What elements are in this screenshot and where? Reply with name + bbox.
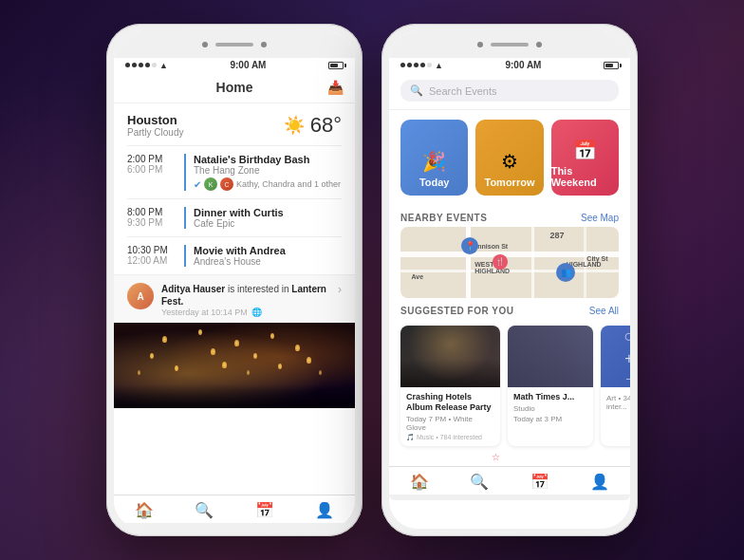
camera-dot-r [477, 42, 483, 47]
phone-bottom-bar-right [389, 495, 630, 500]
tab-home-right[interactable]: 🏠 [389, 473, 450, 491]
event-item-1[interactable]: 2:00 PM 6:00 PM Natalie's Birthday Bash … [114, 146, 355, 198]
social-section: A Aditya Hauser is interested in Lantern… [114, 274, 355, 323]
event-2-start: 8:00 PM [127, 207, 175, 217]
suggest-card-3[interactable]: ○ + − Art • 346 inter... [601, 326, 630, 446]
event-3-end: 12:00 AM [127, 255, 175, 266]
search-bar: 🔍 Search Events [389, 72, 630, 110]
event-3-body: Movie with Andrea Andrea's House [184, 245, 342, 267]
card-2-meta: Studio [513, 404, 587, 413]
city-name: Houston [127, 113, 183, 127]
wifi-icon-right: ▲ [435, 61, 443, 70]
temperature: 68° [310, 113, 342, 138]
see-map-link[interactable]: See Map [581, 213, 619, 223]
tab-search-right[interactable]: 🔍 [450, 473, 511, 491]
event-item-2[interactable]: 8:00 PM 9:30 PM Dinner with Curtis Cafe … [114, 199, 355, 236]
phone-top-bar [114, 31, 355, 58]
phone-bottom-bar-left [114, 523, 355, 529]
band-image [400, 326, 500, 387]
suggest-card-1[interactable]: Crashing Hotels Album Release Party Toda… [400, 326, 500, 446]
social-time: Yesterday at 10:14 PM [161, 308, 248, 317]
cat-card-weekend[interactable]: 📅 This Weekend [551, 120, 619, 196]
weekend-icon: 📅 [573, 139, 597, 161]
right-phone: ▲ 9:00 AM 🔍 Search Events 🎉 Today ⚙ [381, 24, 638, 536]
inbox-icon[interactable]: 📥 [327, 80, 344, 95]
bottom-tabs-right: 🏠 🔍 📅 👤 [389, 466, 630, 495]
event-2-title: Dinner with Curtis [194, 207, 342, 218]
event-1-location: The Hang Zone [194, 165, 342, 176]
status-bar-right: ▲ 9:00 AM [389, 58, 630, 72]
tab-home-left[interactable]: 🏠 [114, 501, 175, 519]
social-text: Aditya Hauser is interested in Lantern F… [161, 283, 330, 308]
profile-icon: 👤 [315, 501, 334, 519]
blue-card-image: ○ + − [601, 326, 630, 387]
status-time-right: 9:00 AM [505, 60, 541, 70]
cat-label-weekend: This Weekend [551, 165, 619, 188]
event-3-start: 10:30 PM [127, 245, 175, 255]
nearby-header: NEARBY EVENTS See Map [389, 205, 630, 227]
nav-bar-left: Home 📥 [114, 72, 355, 103]
event-1-body: Natalie's Birthday Bash The Hang Zone ✔ … [184, 154, 342, 191]
search-placeholder: Search Events [429, 85, 497, 97]
social-avatar: A [127, 283, 154, 309]
map-287-label: 287 [549, 231, 564, 240]
star-icon-1[interactable]: ☆ [492, 452, 500, 462]
woman-image [508, 326, 593, 387]
camera-dot-r2 [536, 42, 542, 47]
chevron-down-icon[interactable]: › [338, 283, 342, 296]
battery-icon [328, 62, 344, 69]
status-time-left: 9:00 AM [230, 60, 266, 70]
map-pin-3[interactable]: 👥 [556, 263, 575, 282]
nav-title-left: Home [216, 80, 253, 95]
see-all-link[interactable]: See All [589, 306, 619, 316]
search-icon-right: 🔍 [410, 84, 423, 97]
left-phone: ▲ 9:00 AM Home 📥 Houston Partly Cloudy [106, 24, 363, 536]
home-content: Houston Partly Cloudy ☀️ 68° 2:00 PM 6:0… [114, 103, 355, 495]
event-1-attendees: ✔ K C Kathy, Chandra and 1 other [194, 177, 342, 191]
cat-label-today: Today [419, 177, 450, 188]
tab-profile-left[interactable]: 👤 [295, 501, 356, 519]
weather-section: Houston Partly Cloudy ☀️ 68° [114, 103, 355, 145]
card-1-meta: Today 7 PM • White Glove [406, 415, 494, 432]
suggested-title: SUGGESTED FOR YOU [400, 306, 513, 316]
map-area[interactable]: Tennison St Ave City St WESTHIGHLAND HIG… [400, 227, 619, 298]
speaker-bar-r [491, 43, 529, 47]
cat-card-tomorrow[interactable]: ⚙ Tomorrow [475, 120, 543, 196]
suggested-header: SUGGESTED FOR YOU See All [389, 298, 630, 320]
bottom-tabs-left: 🏠 🔍 📅 👤 [114, 495, 355, 523]
suggested-cards: Crashing Hotels Album Release Party Toda… [389, 320, 630, 452]
globe-icon: 🌐 [251, 308, 262, 317]
nearby-title: NEARBY EVENTS [400, 213, 487, 223]
social-meta: Yesterday at 10:14 PM 🌐 [161, 308, 330, 317]
cat-label-tomorrow: Tomorrow [485, 177, 535, 188]
card-3-cat: Art • 346 inter... [606, 394, 630, 411]
map-pin-2[interactable]: 🍴 [493, 254, 508, 270]
camera-dot-2 [261, 42, 267, 47]
tab-search-left[interactable]: 🔍 [175, 501, 235, 519]
home-icon-right: 🏠 [410, 473, 429, 491]
tab-calendar-left[interactable]: 📅 [234, 501, 295, 519]
card-1-title: Crashing Hotels Album Release Party [406, 392, 494, 413]
home-icon: 🏠 [135, 501, 154, 519]
event-item-3[interactable]: 10:30 PM 12:00 AM Movie with Andrea Andr… [114, 237, 355, 274]
sun-icon: ☀️ [284, 115, 305, 136]
event-1-title: Natalie's Birthday Bash [194, 154, 342, 165]
event-2-location: Cafe Epic [194, 218, 342, 229]
battery-icon-right [604, 62, 619, 69]
event-2-body: Dinner with Curtis Cafe Epic [184, 207, 342, 229]
cat-card-today[interactable]: 🎉 Today [400, 120, 468, 196]
phone-top-bar-right [389, 31, 630, 58]
card-1-cat: 🎵Music • 784 interested [406, 434, 482, 441]
calendar-icon-right: 📅 [530, 473, 549, 491]
card-2-meta2: Today at 3 PM [513, 415, 587, 423]
event-1-start: 2:00 PM [127, 154, 175, 164]
search-icon: 🔍 [195, 501, 214, 519]
search-inner[interactable]: 🔍 Search Events [400, 80, 619, 102]
tab-calendar-right[interactable]: 📅 [510, 473, 570, 491]
event-3-title: Movie with Andrea [194, 245, 342, 256]
event-image[interactable] [114, 323, 355, 408]
suggest-card-2[interactable]: Math Times J... Studio Today at 3 PM [508, 326, 593, 446]
tab-profile-right[interactable]: 👤 [570, 473, 631, 491]
today-icon: 🎉 [422, 150, 446, 173]
event-3-location: Andrea's House [194, 256, 342, 267]
